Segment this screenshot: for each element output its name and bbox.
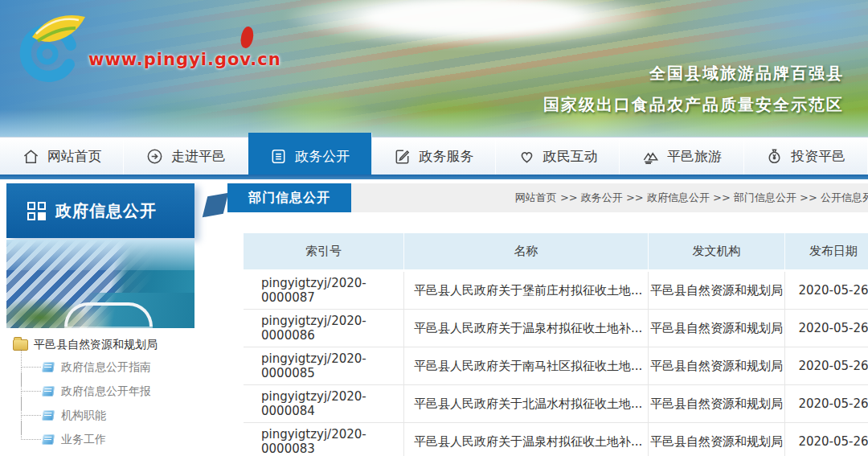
page-icon bbox=[42, 434, 55, 445]
heart-icon bbox=[518, 147, 536, 166]
cell-date: 2020-05-26 bbox=[785, 434, 868, 449]
banner-fade bbox=[0, 109, 868, 137]
nav-label: 政务服务 bbox=[419, 147, 473, 166]
nav-label: 政民互动 bbox=[543, 147, 598, 166]
cell-title[interactable]: 平邑县人民政府关于南马社区拟征收土地... bbox=[404, 347, 649, 384]
moneybag-icon bbox=[765, 147, 784, 166]
tree-item-label: 业务工作 bbox=[61, 433, 106, 446]
cell-index: pingyigtzyj/2020-0000085 bbox=[244, 347, 404, 384]
nav-item-gov-service[interactable]: 政务服务 bbox=[372, 138, 496, 175]
cell-date: 2020-05-26 bbox=[785, 396, 868, 411]
breadcrumb[interactable]: 网站首页 >> 政务公开 >> 政府信息公开 >> 部门信息公开 >> 公开信息… bbox=[515, 183, 868, 212]
nav-item-gov-disclosure[interactable]: 政务公开 bbox=[248, 133, 372, 175]
tree-item-label: 机构职能 bbox=[61, 409, 106, 421]
main-nav: 网站首页 走进平邑 政务公开 政务服务 政民互动 平邑旅游 bbox=[0, 137, 868, 175]
cell-index: pingyigtzyj/2020-0000084 bbox=[244, 385, 404, 422]
tree-item-label: 政府信息公开指南 bbox=[61, 360, 151, 373]
site-banner: www.pingyi.gov.cn 全国县域旅游品牌百强县 国家级出口食品农产品… bbox=[0, 0, 868, 137]
nav-item-interaction[interactable]: 政民互动 bbox=[496, 138, 620, 175]
cell-agency: 平邑县自然资源和规划局 bbox=[649, 310, 785, 347]
tree-item-business[interactable]: 业务工作 bbox=[21, 428, 194, 452]
grid-icon bbox=[27, 202, 46, 220]
table-row[interactable]: pingyigtzyj/2020-0000084 平邑县人民政府关于北温水村拟征… bbox=[244, 385, 868, 423]
table-row[interactable]: pingyigtzyj/2020-0000085 平邑县人民政府关于南马社区拟征… bbox=[244, 347, 868, 385]
sidebar: 政府信息公开 平邑县自然资源和规划局 政府信息公开指南 政府信息公开年报 机构职… bbox=[6, 183, 194, 456]
nav-label: 政务公开 bbox=[295, 147, 350, 166]
home-icon bbox=[22, 147, 40, 166]
sidebar-city-photo bbox=[6, 240, 194, 328]
tree-root-label: 平邑县自然资源和规划局 bbox=[34, 338, 158, 352]
cell-date: 2020-05-26 bbox=[785, 283, 868, 298]
page-icon bbox=[42, 410, 55, 421]
photo-sky bbox=[6, 240, 194, 270]
sidebar-tree: 平邑县自然资源和规划局 政府信息公开指南 政府信息公开年报 机构职能 业务工作 bbox=[6, 335, 194, 456]
cell-title[interactable]: 平邑县人民政府关于北温水村拟征收土地... bbox=[404, 385, 649, 422]
document-table: 索引号 名称 发文机构 发布日期 pingyigtzyj/2020-000008… bbox=[244, 233, 868, 456]
cell-index: pingyigtzyj/2020-0000083 bbox=[244, 423, 404, 456]
tree-item-authoritative-release[interactable]: 权威发布 bbox=[6, 452, 194, 456]
tree-item-disclosure-guide[interactable]: 政府信息公开指南 bbox=[21, 355, 194, 380]
cell-agency: 平邑县自然资源和规划局 bbox=[649, 272, 785, 309]
nav-item-tourism[interactable]: 平邑旅游 bbox=[620, 138, 743, 175]
table-header-row: 索引号 名称 发文机构 发布日期 bbox=[244, 233, 868, 269]
tab-fold-decoration bbox=[203, 193, 228, 218]
edit-icon bbox=[393, 147, 411, 166]
cell-title[interactable]: 平邑县人民政府关于温泉村拟征收土地补... bbox=[404, 423, 649, 456]
cell-agency: 平邑县自然资源和规划局 bbox=[649, 385, 785, 422]
banner-blur-patch bbox=[229, 0, 721, 48]
nav-item-about[interactable]: 走进平邑 bbox=[124, 138, 248, 175]
breadcrumb-band: 部门信息公开 网站首页 >> 政务公开 >> 政府信息公开 >> 部门信息公开 … bbox=[227, 183, 868, 212]
page-icon bbox=[42, 386, 55, 396]
cell-agency: 平邑县自然资源和规划局 bbox=[649, 347, 785, 384]
col-header-date: 发布日期 bbox=[785, 233, 868, 269]
nav-item-invest[interactable]: 投资平邑 bbox=[744, 138, 868, 175]
cell-title[interactable]: 平邑县人民政府关于堡前庄村拟征收土地... bbox=[404, 272, 649, 309]
tree-item-functions[interactable]: 机构职能 bbox=[21, 404, 194, 428]
tree-item-label: 政府信息公开年报 bbox=[61, 384, 151, 397]
nav-label: 走进平邑 bbox=[171, 147, 226, 166]
mountain-icon bbox=[641, 147, 660, 166]
tree-children: 政府信息公开指南 政府信息公开年报 机构职能 业务工作 bbox=[21, 355, 194, 452]
cell-agency: 平邑县自然资源和规划局 bbox=[649, 423, 785, 456]
site-url-text: www.pingyi.gov.cn bbox=[88, 50, 281, 69]
col-header-index: 索引号 bbox=[244, 233, 404, 269]
tab-department-disclosure[interactable]: 部门信息公开 bbox=[227, 183, 351, 212]
sidebar-header: 政府信息公开 bbox=[6, 183, 194, 238]
col-header-agency: 发文机构 bbox=[649, 233, 785, 269]
photo-bridge bbox=[64, 302, 153, 327]
cell-date: 2020-05-26 bbox=[785, 321, 868, 335]
table-row[interactable]: pingyigtzyj/2020-0000087 平邑县人民政府关于堡前庄村拟征… bbox=[244, 272, 868, 310]
table-row[interactable]: pingyigtzyj/2020-0000083 平邑县人民政府关于温泉村拟征收… bbox=[244, 423, 868, 456]
site-logo[interactable] bbox=[10, 5, 90, 89]
tree-item-annual-report[interactable]: 政府信息公开年报 bbox=[21, 380, 194, 404]
arrow-circle-icon bbox=[145, 147, 164, 166]
document-icon bbox=[269, 147, 288, 166]
page-icon bbox=[42, 362, 55, 372]
nav-item-home[interactable]: 网站首页 bbox=[0, 138, 124, 175]
cell-index: pingyigtzyj/2020-0000086 bbox=[244, 310, 404, 347]
nav-label: 投资平邑 bbox=[791, 147, 845, 166]
nav-divider-line bbox=[0, 175, 868, 179]
table-row[interactable]: pingyigtzyj/2020-0000086 平邑县人民政府关于温泉村拟征收… bbox=[244, 310, 868, 347]
cell-index: pingyigtzyj/2020-0000087 bbox=[244, 272, 404, 309]
banner-slogan-1: 全国县域旅游品牌百强县 bbox=[649, 63, 844, 84]
sidebar-title: 政府信息公开 bbox=[55, 200, 157, 222]
cell-date: 2020-05-26 bbox=[785, 359, 868, 373]
nav-label: 平邑旅游 bbox=[667, 147, 722, 166]
nav-label: 网站首页 bbox=[47, 147, 102, 166]
col-header-title: 名称 bbox=[404, 233, 649, 269]
cell-title[interactable]: 平邑县人民政府关于温泉村拟征收土地补... bbox=[404, 310, 649, 347]
